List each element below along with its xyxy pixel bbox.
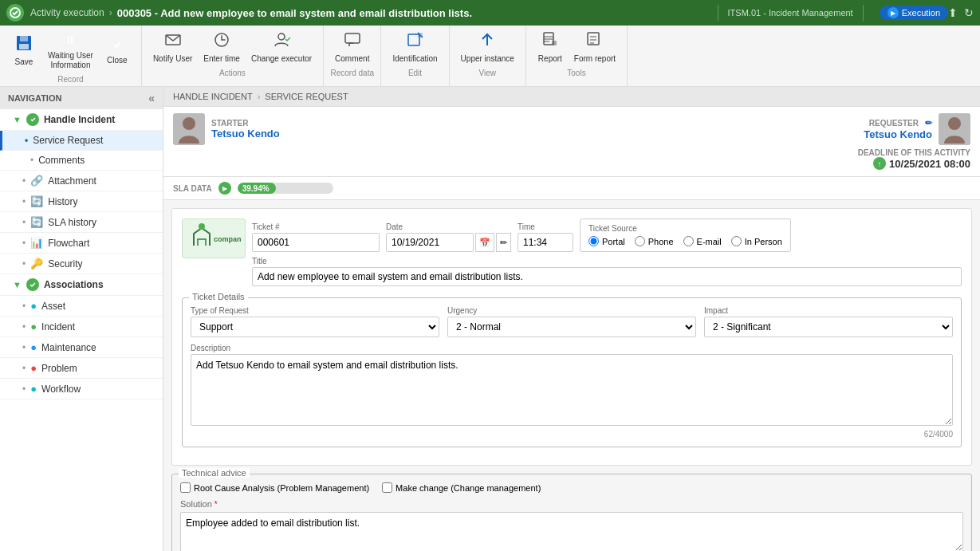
make-change-check[interactable]: Make change (Change management) bbox=[382, 482, 541, 493]
sidebar-item-maintenance[interactable]: • ● Maintenance bbox=[0, 337, 163, 358]
source-inperson-radio[interactable] bbox=[731, 236, 742, 246]
requester-edit-icon[interactable]: ✏ bbox=[925, 118, 932, 128]
ticket-source-radios: Portal Phone E-mail In bbox=[588, 236, 782, 246]
execution-button[interactable]: ▶ Execution bbox=[880, 6, 948, 20]
type-col: Type of Request Support bbox=[191, 306, 439, 337]
handle-incident-arrow: ▼ bbox=[13, 115, 22, 124]
toolbar-section-record: Save Waiting UserInformation Close Recor… bbox=[0, 26, 142, 86]
sla-play-icon: ▶ bbox=[218, 182, 231, 195]
sidebar-item-attachment[interactable]: • 🔗 Attachment bbox=[0, 171, 163, 191]
urgency-select[interactable]: 2 - Normal bbox=[447, 317, 696, 337]
time-input[interactable] bbox=[518, 233, 573, 252]
sidebar-item-workflow[interactable]: • ● Workflow bbox=[0, 379, 163, 399]
change-executor-button[interactable]: Change executor bbox=[246, 29, 317, 66]
time-group: Time bbox=[518, 222, 573, 252]
impact-select[interactable]: 2 - Significant bbox=[704, 317, 953, 337]
requester-info: REQUESTER ✏ Tetsuo Kendo bbox=[864, 118, 932, 140]
upper-instance-button[interactable]: Upper instance bbox=[456, 29, 519, 66]
date-group: Date 📅 ✏ bbox=[386, 222, 511, 252]
handle-incident-icon bbox=[26, 113, 39, 126]
toolbar-section-view: Upper instance View bbox=[450, 26, 526, 86]
technical-label: Technical advice bbox=[179, 468, 250, 478]
ticket-card: company Ticket # Date bbox=[171, 208, 972, 466]
save-button[interactable]: Save bbox=[6, 32, 41, 69]
date-edit-button[interactable]: ✏ bbox=[496, 233, 511, 252]
incident-bullet: • bbox=[22, 321, 26, 333]
type-select[interactable]: Support bbox=[191, 317, 439, 337]
description-textarea[interactable]: Add Tetsuo Kendo to email system and ema… bbox=[191, 354, 953, 426]
breadcrumb-sep: › bbox=[109, 7, 112, 18]
title-input[interactable] bbox=[252, 267, 962, 286]
date-label: Date bbox=[386, 222, 511, 231]
svg-rect-10 bbox=[408, 34, 419, 45]
description-char-count: 62/4000 bbox=[191, 430, 953, 439]
refresh-icon[interactable]: ↻ bbox=[964, 6, 974, 19]
change-executor-label: Change executor bbox=[251, 54, 312, 64]
time-icon bbox=[213, 31, 230, 53]
security-icon: 🔑 bbox=[30, 258, 43, 270]
toolbar-section-recorddata: Comment Record data bbox=[324, 26, 381, 86]
source-email-radio[interactable] bbox=[683, 236, 694, 246]
save-icon bbox=[15, 34, 33, 56]
source-email[interactable]: E-mail bbox=[683, 236, 722, 246]
sidebar-item-service-request[interactable]: • Service Request bbox=[0, 131, 163, 151]
toolbar-sections: Save Waiting UserInformation Close Recor… bbox=[0, 26, 980, 86]
maintenance-label: Maintenance bbox=[41, 342, 96, 353]
sidebar-item-associations[interactable]: ▼ Associations bbox=[0, 274, 163, 296]
deadline-up-icon: ↑ bbox=[873, 157, 886, 170]
source-inperson[interactable]: In Person bbox=[731, 236, 782, 246]
root-cause-check[interactable]: Root Cause Analysis (Problem Management) bbox=[180, 482, 369, 493]
sidebar-item-flowchart[interactable]: • 📊 Flowchart bbox=[0, 233, 163, 254]
source-phone[interactable]: Phone bbox=[635, 236, 674, 246]
source-portal[interactable]: Portal bbox=[588, 236, 625, 246]
waiting-button[interactable]: Waiting UserInformation bbox=[43, 29, 98, 73]
toolbar-items-record: Save Waiting UserInformation Close bbox=[3, 27, 138, 74]
deadline-value: 10/25/2021 08:00 bbox=[889, 158, 970, 170]
sidebar-item-comments[interactable]: • Comments bbox=[0, 151, 163, 171]
date-calendar-button[interactable]: 📅 bbox=[475, 233, 494, 252]
identification-button[interactable]: Identification bbox=[388, 29, 442, 66]
sidebar-item-problem[interactable]: • ● Problem bbox=[0, 358, 163, 379]
sidebar-item-asset[interactable]: • ● Asset bbox=[0, 296, 163, 317]
notify-button[interactable]: Notify User bbox=[148, 29, 197, 66]
associations-arrow: ▼ bbox=[13, 280, 22, 289]
sidebar-collapse-button[interactable]: « bbox=[148, 92, 155, 104]
form-report-button[interactable]: Form report bbox=[569, 29, 620, 66]
activity-execution-link[interactable]: Activity execution bbox=[30, 7, 104, 18]
sidebar-item-handle-incident[interactable]: ▼ Handle Incident bbox=[0, 109, 163, 131]
title-group: Title bbox=[252, 257, 962, 286]
solution-label-text: Solution bbox=[180, 499, 212, 509]
root-cause-checkbox[interactable] bbox=[180, 482, 191, 493]
toolbar-section-tools: Report Form report Tools bbox=[526, 26, 628, 86]
toolbar-items-tools: Report Form report bbox=[529, 27, 624, 68]
comments-bullet: • bbox=[30, 155, 33, 166]
collapse-icon[interactable]: ⬆ bbox=[948, 6, 958, 19]
svg-rect-15 bbox=[590, 36, 596, 37]
title-label: Title bbox=[252, 257, 962, 266]
asset-bullet: • bbox=[22, 301, 26, 312]
sidebar-item-security[interactable]: • 🔑 Security bbox=[0, 254, 163, 274]
make-change-label: Make change (Change management) bbox=[396, 483, 541, 493]
enter-time-button[interactable]: Enter time bbox=[199, 29, 245, 66]
report-button[interactable]: Report bbox=[533, 29, 568, 66]
sidebar-item-sla-history[interactable]: • 🔄 SLA history bbox=[0, 212, 163, 233]
upper-icon bbox=[478, 31, 496, 53]
source-phone-radio[interactable] bbox=[635, 236, 645, 246]
ticket-number-input[interactable] bbox=[252, 233, 380, 252]
history-label: History bbox=[48, 196, 77, 207]
svg-rect-5 bbox=[71, 36, 73, 44]
comment-button[interactable]: Comment bbox=[330, 29, 374, 66]
source-portal-radio[interactable] bbox=[588, 236, 599, 246]
play-icon: ▶ bbox=[888, 7, 899, 18]
associations-label: Associations bbox=[44, 279, 104, 290]
workflow-label: Workflow bbox=[41, 384, 81, 395]
technical-section: Technical advice Root Cause Analysis (Pr… bbox=[171, 474, 972, 551]
make-change-checkbox[interactable] bbox=[382, 482, 392, 493]
impact-col: Impact 2 - Significant bbox=[704, 306, 953, 337]
identification-label: Identification bbox=[392, 54, 437, 64]
sidebar-item-incident[interactable]: • ● Incident bbox=[0, 317, 163, 337]
solution-textarea[interactable]: Employee added to email distribution lis… bbox=[180, 512, 963, 551]
close-button[interactable]: Close bbox=[100, 33, 135, 68]
date-input[interactable] bbox=[386, 233, 474, 252]
sidebar-item-history[interactable]: • 🔄 History bbox=[0, 191, 163, 212]
